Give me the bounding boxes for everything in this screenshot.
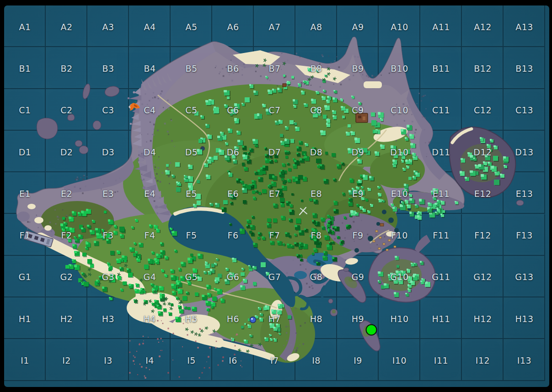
grid-cell-label: I7	[270, 355, 279, 366]
grid-cell-label: F5	[186, 230, 197, 240]
grid-cell-label: H3	[102, 314, 114, 324]
grid-cell-label: H7	[268, 314, 281, 324]
grid-cell-label: I1	[21, 355, 29, 366]
grid-cell-label: D3	[102, 147, 115, 157]
grid-cell-label: D2	[60, 147, 73, 157]
grid-cell-label: F11	[433, 230, 450, 240]
grid-cell-label: C9	[352, 105, 364, 115]
grid-cell-label: D5	[185, 147, 198, 157]
grid-cell-label: H13	[515, 314, 534, 324]
grid-cell-label: A13	[515, 22, 533, 32]
grid-cell-label: G3	[102, 272, 115, 282]
grid-cell-label: C4	[144, 105, 155, 115]
grid-cell-label: D11	[432, 147, 450, 157]
grid-cell-label: A2	[60, 22, 72, 32]
grid-cell-label: C10	[391, 105, 408, 115]
grid-cell-label: H5	[185, 314, 198, 324]
grid-cell-label: G7	[268, 272, 281, 282]
grid-cell-label: C3	[102, 105, 114, 115]
grid-cell-label: I5	[187, 355, 196, 366]
grid-cell-label: D6	[227, 147, 240, 157]
grid-cell-label: G5	[185, 272, 198, 282]
grid-cell-label: A11	[432, 22, 450, 32]
grid-cell-label: D4	[144, 147, 156, 157]
grid-cell-label: I6	[229, 355, 237, 366]
player-location-marker[interactable]	[366, 324, 377, 336]
grid-cell-label: E9	[352, 189, 364, 199]
grid-cell-label: I4	[145, 355, 154, 366]
grid-cell-label: H1	[19, 314, 31, 324]
grid-cell-label: B8	[310, 64, 322, 74]
grid-cell-label: F10	[391, 230, 408, 240]
grid-cell-label: E8	[311, 189, 322, 199]
grid-cell-label: A5	[185, 22, 197, 32]
grid-cell-label: C7	[268, 105, 280, 115]
grid-cell-label: F3	[102, 230, 113, 240]
grid-cell-label: G6	[227, 272, 240, 282]
grid-cell-label: D13	[515, 147, 533, 157]
grid-cell-label: E6	[227, 189, 239, 199]
grid-cell-label: C13	[515, 105, 533, 115]
grid-cell-label: A8	[310, 22, 322, 32]
game-map-screen: { "grid": { "rows": ["A","B","C","D","E"…	[0, 0, 552, 392]
map-viewport[interactable]: A1A2A3A4A5A6A7A8A9A10A11A12A13B1B2B3B4B5…	[4, 5, 549, 387]
grid-cell-label: B11	[432, 64, 450, 74]
grid-cell-label: A12	[474, 22, 492, 32]
grid-cell-label: E10	[391, 189, 408, 199]
grid-cell-label: E3	[102, 189, 114, 199]
grid-cell-label: B3	[102, 64, 114, 74]
grid-cell-label: B1	[19, 64, 31, 74]
grid-cell-label: F4	[144, 230, 155, 240]
grid-cell-label: B9	[352, 64, 364, 74]
grid-cell-label: E7	[269, 189, 280, 199]
grid-cell-label: G13	[515, 272, 533, 282]
grid-cell-label: D12	[473, 147, 492, 157]
grid-cell-label: C8	[310, 105, 322, 115]
grid-cell-label: E4	[144, 189, 155, 199]
grid-cell-label: C2	[60, 105, 72, 115]
grid-cell-label: G9	[352, 272, 364, 282]
grid-cell-label: B13	[515, 64, 533, 74]
grid-cell-label: F13	[516, 230, 533, 240]
grid-cell-label: C12	[474, 105, 492, 115]
grid-cell-label: E1	[19, 189, 31, 199]
grid-cell-label: I3	[104, 355, 113, 366]
grid-cell-label: B10	[391, 64, 408, 74]
grid-cell-label: D7	[268, 147, 281, 157]
grid-cell-label: I2	[62, 355, 71, 366]
grid-cell-label: G4	[144, 272, 156, 282]
grid-cell-label: E13	[516, 189, 533, 199]
grid-cell-label: F7	[269, 230, 280, 240]
grid-cell-label: H2	[60, 314, 73, 324]
grid-cell-label: F2	[61, 230, 72, 240]
grid-cell-label: B2	[60, 64, 72, 74]
grid-cell-label: D10	[390, 147, 408, 157]
grid-cell-label: A9	[352, 22, 364, 32]
grid-cell-label: B4	[144, 64, 155, 74]
grid-cell-label: E12	[474, 189, 492, 199]
grid-cell-label: A1	[19, 22, 31, 32]
grid-cell-label: H6	[227, 314, 239, 324]
grid-cell-label: H9	[352, 314, 364, 324]
grid-cell-label: A4	[144, 22, 155, 32]
grid-cell-label: G1	[19, 272, 32, 282]
grid-cell-label: F12	[474, 230, 491, 240]
grid-cell-label: F8	[311, 230, 322, 240]
grid-cell-label: I9	[354, 355, 362, 366]
grid-cell-label: H11	[432, 314, 450, 324]
grid-cell-label: G8	[310, 272, 323, 282]
grid-cell-label: D1	[19, 147, 32, 157]
grid-cell-label: G2	[60, 272, 73, 282]
grid-cell-label: E2	[61, 189, 72, 199]
grid-cell-label: B6	[227, 64, 239, 74]
grid-cell-label: A10	[391, 22, 408, 32]
grid-cell-label: C6	[227, 105, 239, 115]
grid-cell-label: D9	[352, 147, 364, 157]
grid-cell-label: G10	[390, 272, 408, 282]
grid-labels-layer: A1A2A3A4A5A6A7A8A9A10A11A12A13B1B2B3B4B5…	[4, 5, 545, 381]
grid-cell-label: B7	[268, 64, 280, 74]
grid-cell-label: I12	[476, 355, 490, 366]
grid-cell-label: H12	[474, 314, 492, 324]
grid-cell-label: E11	[433, 189, 450, 199]
grid-cell-label: I8	[312, 355, 321, 366]
